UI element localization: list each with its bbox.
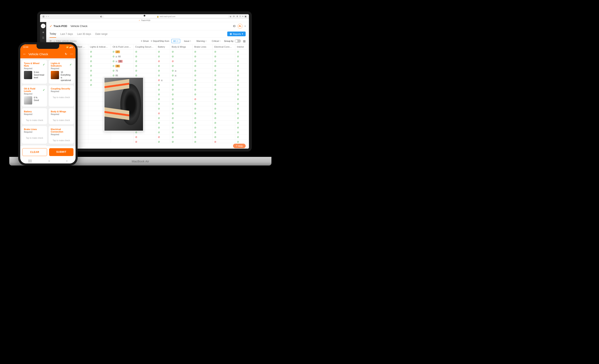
group-by-toggle[interactable]	[235, 39, 241, 43]
col-coupling[interactable]: Coupling Securi…	[133, 44, 156, 50]
col-electrical[interactable]: Electrical Conn…	[213, 44, 235, 50]
laptop-camera	[144, 15, 145, 17]
tabs-icon[interactable]: ▣	[245, 15, 247, 17]
phone-notch	[36, 44, 59, 49]
filter-all[interactable]: All22	[171, 39, 180, 43]
card-battery[interactable]: Battery Required Tap to make check	[22, 108, 47, 124]
card-brake[interactable]: Brake Lines Required Tap to make check	[22, 126, 47, 144]
sidebar-nav-icon[interactable]: ◈	[41, 30, 45, 34]
sidebar-toggle-icon[interactable]: ▥	[43, 15, 44, 17]
phone-title: Vehicle Check	[28, 52, 63, 56]
card-electrical[interactable]: Electrical Connection Required Tap to ma…	[49, 126, 74, 144]
driver-filter[interactable]: Driver	[141, 40, 149, 42]
oil-thumbnail	[24, 96, 32, 104]
card-coupling[interactable]: Coupling Security Required Tap to make c…	[49, 85, 74, 107]
refresh-icon[interactable]: ⟳	[50, 40, 52, 42]
tab-today[interactable]: Today	[50, 30, 56, 38]
col-interior[interactable]: Interior	[235, 44, 249, 50]
tab-last-30[interactable]: Last 30 days	[77, 31, 91, 37]
search-input[interactable]: Filter vehicle checks	[56, 40, 77, 42]
date-tabs: Today Last 7 days Last 30 days Date rang…	[46, 30, 249, 38]
browser-tab[interactable]: ✓ Track-POD	[40, 19, 249, 22]
chevron-down-icon: ▾	[242, 33, 243, 35]
history-icon[interactable]: ↻	[65, 52, 67, 56]
action-bar: CLEAR SUBMIT	[20, 146, 76, 158]
page-title: Vehicle Check	[70, 25, 87, 28]
logo-icon: ✓	[50, 24, 52, 28]
col-oil[interactable]: Oil & Fluid Leve…	[111, 44, 133, 50]
card-lights[interactable]: Lights & Indicators✓ Required 10Everythi…	[49, 60, 74, 84]
user-menu-caret[interactable]: ▾	[245, 25, 246, 27]
home-icon[interactable]: ○	[48, 159, 50, 162]
refresh-icon[interactable]: ⟳	[233, 15, 235, 17]
card-tyres[interactable]: Tyres & Wheel Nuts✓ Required 9 mmGood tr…	[22, 60, 47, 84]
col-body[interactable]: Body & Wings	[170, 44, 193, 50]
reports-button[interactable]: ▦ Reports ▾	[227, 32, 246, 36]
more-icon[interactable]: ⋯	[70, 52, 73, 56]
download-icon[interactable]: ⬇	[236, 15, 238, 17]
filter-warning[interactable]: Warning4	[195, 39, 208, 43]
reader-icon[interactable]: ⊕	[230, 16, 231, 17]
back-nav-icon[interactable]: ‹	[66, 159, 68, 162]
recents-icon[interactable]: |||	[28, 159, 32, 162]
check-cards-grid: Tyres & Wheel Nuts✓ Required 9 mmGood tr…	[20, 58, 76, 146]
tab-last-7[interactable]: Last 7 days	[60, 31, 73, 37]
tyre-photo-preview	[104, 77, 144, 132]
card-oil[interactable]: Oil & Fluid Levels✓ Required 6 %Good	[22, 85, 47, 107]
tab-favicon: ✓	[139, 19, 140, 21]
sidebar-expand-button[interactable]: ›	[41, 24, 45, 28]
back-icon[interactable]: ‹	[46, 15, 47, 17]
depot-filter[interactable]: Depot/Ship from	[151, 40, 169, 42]
shield-icon[interactable]: ◐	[100, 15, 102, 17]
tab-date-range[interactable]: Date range	[95, 31, 107, 37]
new-tab-icon[interactable]: +	[242, 15, 243, 17]
logo-text: Track-POD	[53, 25, 67, 28]
back-icon[interactable]: ←	[23, 52, 26, 56]
share-icon[interactable]: ⇧	[239, 15, 241, 17]
sidebar-list-icon[interactable]: ☰	[41, 36, 45, 40]
address-bar[interactable]: 🔒 web.track-pod.com	[104, 15, 228, 18]
col-battery[interactable]: Battery	[156, 44, 170, 50]
check-icon: ✓	[43, 63, 45, 66]
filter-critical[interactable]: Critical3	[210, 39, 222, 43]
forward-icon[interactable]: ›	[48, 15, 49, 17]
app-header: ✓ Track-POD Vehicle Check ID AL ▾	[46, 22, 249, 30]
search-icon: ⌕	[54, 40, 55, 42]
tyre-thumbnail	[24, 71, 32, 79]
id-label: ID	[233, 25, 236, 28]
col-brake[interactable]: Brake Lines	[193, 44, 213, 50]
phone-mockup: 13:44 📶 ◢ ▮ ← Vehicle Check ↻ ⋯ Tyres & …	[18, 42, 78, 166]
check-icon: ✓	[70, 63, 72, 66]
filter-issue[interactable]: Issue6	[182, 39, 193, 43]
group-by-label: Group by	[224, 40, 233, 42]
view-toggle-icon[interactable]: ▦	[243, 39, 246, 43]
submit-button[interactable]: SUBMIT	[49, 148, 73, 156]
status-icons: 📶 ◢ ▮	[66, 46, 73, 48]
filter-bar: ⟳ ⌕ Filter vehicle checks Driver Depot/S…	[46, 38, 249, 44]
document-icon: ▦	[230, 33, 232, 35]
phone-header: ← Vehicle Check ↻ ⋯	[20, 50, 76, 58]
check-icon: ✓	[43, 88, 45, 92]
help-icon: ?	[236, 145, 237, 147]
col-lights[interactable]: Lights & Indicat…	[88, 44, 111, 50]
lights-thumbnail	[51, 71, 59, 79]
user-avatar[interactable]: AL	[238, 24, 243, 29]
clear-button[interactable]: CLEAR	[22, 148, 47, 156]
android-nav-bar: ||| ○ ‹	[20, 158, 76, 163]
lock-icon: 🔒	[157, 16, 159, 17]
help-button[interactable]: ? Help	[233, 144, 246, 148]
card-body[interactable]: Body & Wings Required Tap to make check	[49, 108, 74, 124]
